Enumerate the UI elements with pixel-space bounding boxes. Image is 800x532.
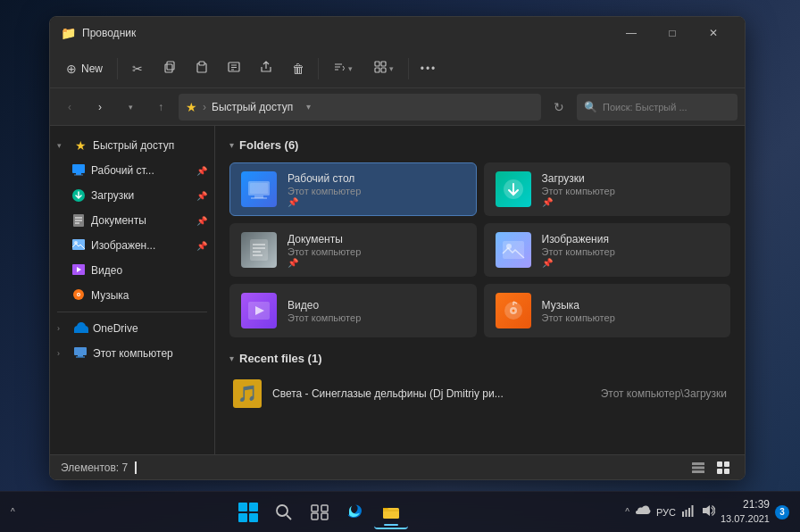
taskview-button[interactable] (303, 495, 337, 529)
up-button[interactable]: ↑ (148, 95, 173, 120)
sidebar-item-desktop[interactable]: Рабочий ст... 📌 (50, 158, 214, 183)
copy-button[interactable] (155, 54, 184, 83)
status-cursor (135, 461, 137, 474)
content-area: ▾ Folders (6) (215, 126, 745, 454)
folder-images-icon (496, 232, 531, 268)
sidebar-videos-label: Видео (91, 264, 207, 277)
svg-rect-69 (685, 510, 687, 517)
recent-file-name: Света - Синеглазые дельфины (Dj Dmitriy … (272, 387, 590, 400)
folders-section-header[interactable]: ▾ Folders (6) (229, 138, 730, 152)
svg-rect-12 (381, 62, 386, 66)
svg-point-29 (78, 294, 79, 295)
sidebar-pictures-label: Изображен... (91, 239, 191, 252)
search-icon: 🔍 (584, 101, 597, 113)
sidebar-item-documents[interactable]: Документы 📌 (50, 208, 214, 233)
minimize-button[interactable]: — (611, 17, 652, 49)
new-button[interactable]: ⊕ New (57, 54, 112, 83)
sidebar-item-quickaccess[interactable]: ▾ ★ Быстрый доступ (50, 133, 214, 158)
paste-button[interactable] (188, 54, 216, 83)
explorer-taskbar-button[interactable] (374, 495, 408, 529)
toolbar: ⊕ New ✂ (50, 49, 745, 88)
pictures-icon (71, 238, 86, 253)
toolbar-separator-1 (117, 58, 118, 79)
taskbar-search-icon (275, 503, 293, 521)
folder-item-documents[interactable]: Документы Этот компьютер 📌 (229, 223, 477, 277)
items-count: Элементов: 7 (61, 461, 128, 474)
sidebar-item-downloads[interactable]: Загрузки 📌 (50, 183, 214, 208)
tray-chevron-icon[interactable]: ^ (625, 507, 629, 517)
delete-button[interactable]: 🗑 (284, 54, 312, 83)
folder-item-desktop[interactable]: Рабочий стол Этот компьютер 📌 (229, 162, 477, 216)
sidebar-item-onedrive[interactable]: › OneDrive (50, 316, 214, 341)
sidebar-docs-label: Документы (91, 214, 191, 227)
start-button[interactable] (231, 495, 265, 529)
onedrive-tray-icon[interactable] (635, 505, 651, 519)
folder-downloads-pin: 📌 (542, 197, 720, 207)
taskbar-search-button[interactable] (267, 495, 301, 529)
sort-button[interactable]: ▾ (324, 54, 362, 83)
address-dropdown-btn[interactable]: ▾ (298, 94, 318, 121)
taskbar-left: ^ (11, 507, 15, 517)
desktop: 📁 Проводник — □ ✕ ⊕ New ✂ (0, 0, 800, 532)
folder-item-music[interactable]: Музыка Этот компьютер (484, 284, 731, 337)
sidebar-item-pictures[interactable]: Изображен... 📌 (50, 233, 214, 258)
notification-badge[interactable]: 3 (775, 505, 789, 520)
svg-rect-33 (74, 329, 88, 333)
view-tiles-button[interactable] (712, 458, 734, 478)
svg-line-62 (287, 515, 291, 520)
recent-section-header[interactable]: ▾ Recent files (1) (229, 352, 730, 365)
sidebar-onedrive-label: OneDrive (93, 322, 207, 335)
svg-rect-70 (688, 508, 690, 517)
svg-rect-38 (250, 183, 268, 194)
close-button[interactable]: ✕ (693, 17, 734, 49)
folder-item-images[interactable]: Изображения Этот компьютер 📌 (484, 223, 731, 277)
folder-images-name: Изображения (542, 233, 720, 245)
sidebar-item-music[interactable]: Музыка (50, 283, 214, 308)
search-placeholder: Поиск: Быстрый ... (603, 102, 688, 112)
sidebar-item-thispc[interactable]: › Этот компьютер (50, 341, 214, 366)
title-bar-controls: — □ ✕ (611, 17, 734, 49)
volume-icon[interactable] (701, 503, 715, 520)
folder-item-downloads[interactable]: Загрузки Этот компьютер 📌 (484, 162, 731, 216)
svg-rect-59 (717, 469, 722, 474)
documents-icon (71, 213, 86, 228)
maximize-button[interactable]: □ (652, 17, 693, 49)
sidebar-item-videos[interactable]: Видео (50, 258, 214, 283)
network-icon[interactable] (681, 503, 696, 520)
more-button[interactable]: ••• (414, 54, 443, 83)
view-button[interactable]: ▾ (365, 54, 403, 83)
folder-music-path: Этот компьютер (542, 312, 720, 323)
search-box[interactable]: 🔍 Поиск: Быстрый ... (577, 94, 738, 121)
refresh-button[interactable]: ↻ (546, 95, 571, 120)
cut-button[interactable]: ✂ (123, 54, 152, 83)
tray-expand-icon[interactable]: ^ (11, 507, 15, 517)
svg-rect-23 (72, 239, 85, 250)
docs-pin-icon: 📌 (196, 216, 207, 226)
folder-desktop-name: Рабочий стол (288, 172, 465, 185)
back-button[interactable]: ‹ (57, 95, 82, 120)
status-bar: Элементов: 7 (50, 454, 745, 479)
rename-button[interactable] (220, 54, 248, 83)
downloads-pin-icon: 📌 (196, 191, 207, 201)
svg-rect-66 (321, 513, 328, 520)
svg-rect-0 (165, 64, 172, 72)
recent-file-item[interactable]: 🎵 Света - Синеглазые дельфины (Dj Dmitri… (229, 376, 730, 411)
forward-button[interactable]: › (88, 95, 112, 120)
quickaccess-icon: ★ (73, 138, 88, 153)
thispc-icon (73, 346, 88, 361)
explorer-window: 📁 Проводник — □ ✕ ⊕ New ✂ (49, 16, 746, 480)
address-path[interactable]: ★ › Быстрый доступ ▾ (179, 94, 541, 121)
share-button[interactable] (252, 54, 280, 83)
lang-icon[interactable]: РУС (656, 507, 676, 518)
pictures-pin-icon: 📌 (196, 241, 207, 251)
svg-rect-55 (692, 466, 704, 469)
edge-button[interactable] (338, 495, 372, 529)
dropdown-button[interactable]: ▾ (118, 95, 143, 120)
svg-rect-57 (717, 461, 722, 467)
sort-icon (333, 61, 346, 76)
clock[interactable]: 21:39 13.07.2021 (721, 497, 770, 526)
path-text: Быстрый доступ (212, 101, 293, 113)
folder-item-videos[interactable]: Видео Этот компьютер (229, 284, 477, 337)
view-details-button[interactable] (688, 458, 709, 478)
sidebar-divider-1 (57, 312, 207, 312)
